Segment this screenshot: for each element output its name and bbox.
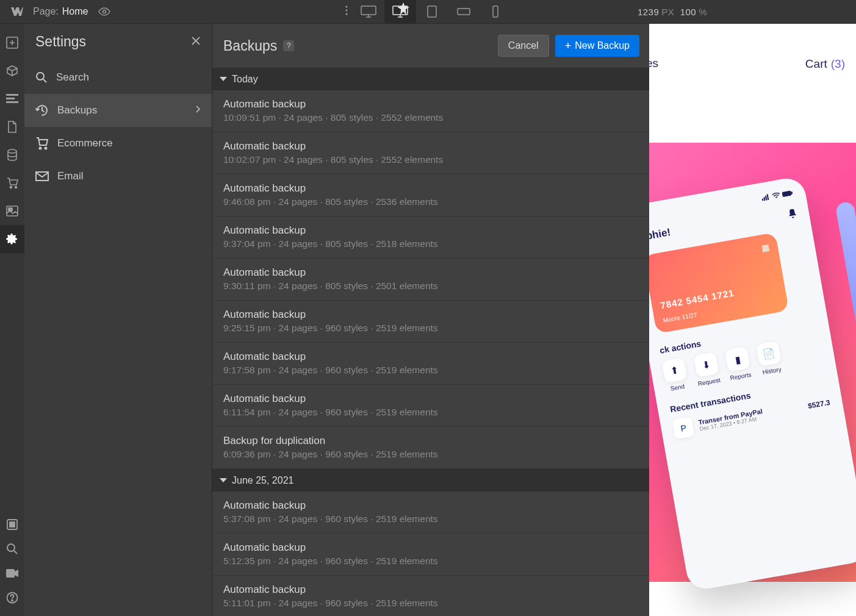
- backup-meta: 5:12:35 pm · 24 pages · 960 styles · 251…: [223, 556, 638, 567]
- canvas-width-value: 1239: [638, 7, 659, 17]
- pages-icon[interactable]: [0, 113, 24, 141]
- backup-item[interactable]: Backup for duplication6:09:36 pm · 24 pa…: [212, 427, 649, 469]
- backup-item[interactable]: Automatic backup9:25:15 pm · 24 pages · …: [212, 301, 649, 343]
- backup-item[interactable]: Automatic backup10:02:07 pm · 24 pages ·…: [212, 132, 649, 174]
- backup-meta: 10:09:51 pm · 24 pages · 805 styles · 25…: [223, 112, 638, 123]
- backup-item[interactable]: Automatic backup5:12:35 pm · 24 pages · …: [212, 534, 649, 576]
- backup-name: Automatic backup: [223, 140, 638, 152]
- quick-action-label: History: [762, 366, 782, 376]
- backup-item[interactable]: Automatic backup5:37:08 pm · 24 pages · …: [212, 492, 649, 534]
- page-name[interactable]: Home: [62, 6, 88, 17]
- quick-action[interactable]: ⬇Request: [693, 352, 721, 387]
- backup-item[interactable]: Automatic backup9:37:04 pm · 24 pages · …: [212, 217, 649, 259]
- svg-point-1: [345, 5, 347, 7]
- breakpoint-more-icon[interactable]: [345, 5, 348, 18]
- backup-item[interactable]: Automatic backup10:09:51 pm · 24 pages ·…: [212, 90, 649, 132]
- quick-action[interactable]: ▮Reports: [725, 346, 752, 381]
- settings-panel: Settings Search Backups Ecommerce Email: [24, 24, 212, 616]
- new-backup-button[interactable]: +New Backup: [555, 35, 639, 57]
- breakpoint-mobile-portrait-icon[interactable]: [480, 0, 511, 24]
- sidebar-item-backups[interactable]: Backups: [24, 94, 212, 127]
- cancel-button[interactable]: Cancel: [498, 35, 549, 57]
- breakpoint-switcher: [345, 0, 511, 23]
- date-group-header[interactable]: Today: [212, 68, 649, 90]
- quick-action-icon: ⬆: [662, 357, 688, 383]
- caret-down-icon: [220, 478, 227, 482]
- cart-label: Cart: [805, 57, 827, 71]
- canvas-preview: es Cart (3) ophie! ▦ 7842 5454 1721 Moor…: [649, 24, 856, 616]
- quick-action-icon: ▮: [725, 346, 750, 372]
- quick-action[interactable]: ⬆Send: [662, 357, 689, 392]
- backup-meta: 5:11:01 pm · 24 pages · 960 styles · 251…: [223, 598, 638, 609]
- backup-name: Automatic backup: [223, 98, 638, 110]
- search-rail-icon[interactable]: [0, 537, 24, 561]
- backup-item[interactable]: Automatic backup9:30:11 pm · 24 pages · …: [212, 259, 649, 301]
- backup-name: Automatic backup: [223, 267, 638, 279]
- backup-name: Automatic backup: [223, 351, 638, 363]
- ecommerce-rail-icon[interactable]: [0, 169, 24, 197]
- svg-point-20: [7, 544, 15, 551]
- ecommerce-icon: [35, 137, 49, 150]
- svg-point-14: [10, 187, 12, 188]
- backup-meta: 5:37:08 pm · 24 pages · 960 styles · 251…: [223, 514, 638, 525]
- card-number: 7842 5454 1721: [660, 287, 735, 310]
- audit-icon[interactable]: [0, 512, 24, 537]
- webflow-logo-icon[interactable]: [5, 7, 28, 16]
- backup-item[interactable]: Automatic backup9:17:58 pm · 24 pages · …: [212, 343, 649, 385]
- backup-name: Automatic backup: [223, 393, 638, 405]
- greeting-text: ophie!: [649, 226, 672, 244]
- svg-rect-19: [10, 522, 15, 527]
- zoom-value: 100: [680, 7, 697, 17]
- backup-item[interactable]: Automatic backup5:11:01 pm · 24 pages · …: [212, 576, 649, 616]
- svg-rect-17: [9, 208, 12, 211]
- backup-meta: 6:09:36 pm · 24 pages · 960 styles · 251…: [223, 449, 638, 460]
- sidebar-item-email[interactable]: Email: [24, 160, 212, 193]
- backup-item[interactable]: Automatic backup6:11:54 pm · 24 pages · …: [212, 385, 649, 427]
- assets-icon[interactable]: [0, 197, 24, 225]
- quick-action-label: Reports: [730, 371, 752, 381]
- backup-meta: 9:46:08 pm · 24 pages · 805 styles · 253…: [223, 196, 638, 207]
- quick-action[interactable]: 📄History: [756, 341, 783, 376]
- canvas-size[interactable]: 1239PX 100%: [638, 7, 707, 17]
- breakpoint-desktop-base-icon[interactable]: [384, 0, 416, 24]
- plus-icon: +: [565, 40, 572, 52]
- backup-meta: 9:17:58 pm · 24 pages · 960 styles · 251…: [223, 365, 638, 376]
- svg-rect-11: [6, 98, 15, 99]
- sidebar-item-ecommerce[interactable]: Ecommerce: [24, 127, 212, 160]
- backup-name: Automatic backup: [223, 182, 638, 195]
- add-element-icon[interactable]: [0, 29, 24, 57]
- preview-eye-icon[interactable]: [98, 7, 110, 16]
- close-icon[interactable]: [191, 36, 201, 48]
- help-badge-icon[interactable]: ?: [283, 40, 294, 51]
- navigator-icon[interactable]: [0, 85, 24, 113]
- svg-rect-27: [762, 199, 764, 201]
- backup-item[interactable]: Automatic backup9:46:08 pm · 24 pages · …: [212, 174, 649, 217]
- video-tutorial-icon[interactable]: [0, 561, 24, 586]
- svg-rect-12: [6, 101, 18, 103]
- breakpoint-mobile-landscape-icon[interactable]: [448, 0, 480, 24]
- cart-count: (3): [831, 57, 845, 71]
- card-holder: Moore 11/27: [663, 311, 697, 324]
- settings-gear-icon[interactable]: [0, 225, 24, 253]
- sidebar-item-search[interactable]: Search: [24, 61, 212, 94]
- nav-cart[interactable]: Cart (3): [805, 57, 845, 71]
- box-icon[interactable]: [0, 57, 24, 85]
- nav-fragment: es: [649, 57, 658, 70]
- svg-point-23: [12, 600, 13, 601]
- sidebar-item-label: Backups: [57, 104, 97, 116]
- backup-name: Automatic backup: [223, 224, 638, 237]
- svg-point-2: [345, 9, 347, 11]
- svg-point-3: [345, 13, 347, 15]
- help-rail-icon[interactable]: [0, 586, 24, 610]
- svg-rect-21: [6, 569, 15, 578]
- breakpoint-desktop-icon[interactable]: [353, 0, 384, 24]
- caret-down-icon: [220, 77, 227, 81]
- cms-icon[interactable]: [0, 141, 24, 169]
- svg-rect-8: [493, 6, 498, 17]
- tx-amount: $527.3: [807, 398, 831, 410]
- date-group-header[interactable]: June 25, 2021: [212, 469, 649, 492]
- left-rail: [0, 24, 24, 616]
- backup-icon: [35, 104, 49, 117]
- backups-panel: Backups ? Cancel +New Backup TodayAutoma…: [212, 24, 649, 616]
- breakpoint-tablet-icon[interactable]: [416, 0, 448, 24]
